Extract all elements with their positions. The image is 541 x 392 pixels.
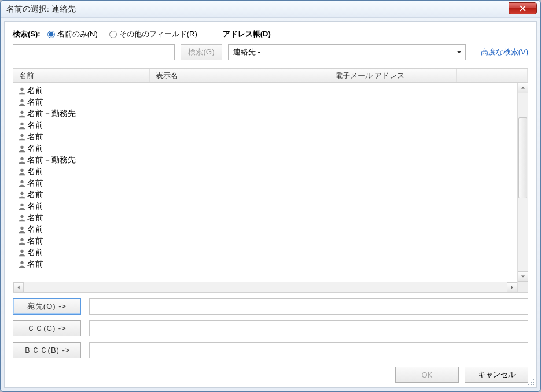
- contact-row[interactable]: 名前: [13, 97, 517, 108]
- vertical-scrollbar[interactable]: [517, 83, 528, 282]
- address-book-label: アドレス帳(D): [223, 29, 271, 39]
- svg-point-11: [20, 215, 23, 218]
- person-icon: [17, 237, 27, 245]
- scroll-right-arrow[interactable]: [507, 282, 517, 292]
- ok-button[interactable]: OK: [395, 367, 459, 383]
- close-button[interactable]: [509, 2, 537, 14]
- scroll-left-arrow[interactable]: [13, 282, 24, 292]
- search-input[interactable]: [13, 44, 175, 60]
- contact-name: 名前: [27, 97, 43, 108]
- horizontal-scrollbar[interactable]: [13, 282, 517, 292]
- person-icon: [17, 145, 27, 153]
- person-icon: [17, 98, 27, 106]
- to-button[interactable]: 宛先(O) ->: [13, 298, 81, 315]
- contact-row[interactable]: 名前: [13, 143, 517, 154]
- contact-rows[interactable]: 名前名前名前－勤務先名前名前名前名前－勤務先名前名前名前名前名前名前名前名前名前: [13, 83, 517, 282]
- address-book-dropdown[interactable]: 連絡先 -: [228, 44, 466, 60]
- contact-row[interactable]: 名前: [13, 85, 517, 97]
- contact-name: 名前: [27, 190, 43, 200]
- chevron-down-icon: [457, 50, 462, 55]
- person-icon: [17, 110, 27, 118]
- table-header: 名前 表示名 電子メール アドレス: [13, 69, 528, 83]
- cc-input[interactable]: [89, 320, 528, 336]
- person-icon: [17, 214, 27, 222]
- person-icon: [17, 87, 27, 95]
- cc-button[interactable]: ＣＣ(C) ->: [13, 320, 81, 336]
- cancel-button[interactable]: キャンセル: [465, 367, 528, 383]
- contact-row[interactable]: 名前－勤務先: [13, 108, 517, 120]
- svg-point-7: [20, 169, 23, 172]
- svg-rect-17: [531, 382, 532, 383]
- contact-name: 名前: [27, 167, 43, 177]
- bcc-button[interactable]: ＢＣＣ(B) ->: [13, 342, 81, 358]
- svg-rect-21: [533, 384, 534, 385]
- person-icon: [17, 156, 27, 164]
- contact-row[interactable]: 名前: [13, 166, 517, 177]
- col-email[interactable]: 電子メール アドレス: [329, 69, 457, 82]
- radio-name-only[interactable]: 名前のみ(N): [47, 29, 98, 39]
- to-input[interactable]: [89, 298, 528, 315]
- radio-other-fields-label: その他のフィールド(R): [119, 29, 197, 39]
- svg-rect-19: [528, 384, 529, 385]
- contact-name: 名前: [27, 259, 43, 269]
- scroll-down-arrow[interactable]: [518, 271, 528, 282]
- svg-rect-20: [531, 384, 532, 385]
- contact-name: 名前: [27, 236, 43, 246]
- search-label: 検索(S):: [13, 29, 41, 39]
- table-body: 名前名前名前－勤務先名前名前名前名前－勤務先名前名前名前名前名前名前名前名前名前: [13, 83, 528, 292]
- radio-name-only-label: 名前のみ(N): [57, 29, 98, 39]
- select-names-dialog: 名前の選択: 連絡先 検索(S): 名前のみ(N) その他のフィールド(R) ア…: [0, 0, 541, 392]
- resize-grip-icon[interactable]: [527, 378, 535, 386]
- svg-point-0: [20, 88, 23, 91]
- person-icon: [17, 191, 27, 199]
- contact-row[interactable]: 名前: [13, 189, 517, 201]
- bcc-row: ＢＣＣ(B) ->: [13, 342, 528, 358]
- dialog-content: 検索(S): 名前のみ(N) その他のフィールド(R) アドレス帳(D) 検索(…: [4, 21, 537, 388]
- contact-name: 名前: [27, 201, 43, 212]
- person-icon: [17, 225, 27, 234]
- contact-row[interactable]: 名前: [13, 120, 517, 131]
- search-button[interactable]: 検索(G): [181, 44, 222, 60]
- scroll-up-arrow[interactable]: [518, 83, 528, 93]
- contact-row[interactable]: 名前: [13, 224, 517, 235]
- svg-point-15: [20, 261, 23, 264]
- contact-name: 名前: [27, 132, 43, 142]
- contact-name: 名前: [27, 224, 43, 235]
- svg-point-9: [20, 192, 23, 195]
- contact-name: 名前: [27, 86, 43, 96]
- svg-point-3: [20, 123, 23, 125]
- contact-row[interactable]: 名前: [13, 247, 517, 258]
- svg-point-12: [20, 227, 23, 230]
- advanced-search-link[interactable]: 高度な検索(V): [481, 47, 528, 57]
- chevron-up-icon: [521, 86, 525, 90]
- scroll-thumb[interactable]: [518, 117, 527, 198]
- contact-row[interactable]: 名前: [13, 212, 517, 224]
- contact-row[interactable]: 名前: [13, 177, 517, 189]
- bcc-input[interactable]: [89, 342, 528, 358]
- cc-row: ＣＣ(C) ->: [13, 320, 528, 336]
- contact-name: 名前－勤務先: [27, 109, 76, 119]
- contact-name: 名前: [27, 143, 43, 154]
- contact-row[interactable]: 名前－勤務先: [13, 154, 517, 166]
- col-spacer: [457, 69, 528, 82]
- radio-other-fields-input[interactable]: [109, 31, 117, 38]
- radio-name-only-input[interactable]: [47, 31, 55, 38]
- chevron-right-icon: [510, 285, 514, 290]
- col-name[interactable]: 名前: [13, 69, 150, 82]
- svg-rect-16: [533, 379, 534, 380]
- svg-point-14: [20, 250, 23, 253]
- search-options-row: 検索(S): 名前のみ(N) その他のフィールド(R) アドレス帳(D): [13, 29, 528, 39]
- titlebar: 名前の選択: 連絡先: [1, 1, 540, 18]
- person-icon: [17, 179, 27, 187]
- contact-row[interactable]: 名前: [13, 258, 517, 270]
- radio-other-fields[interactable]: その他のフィールド(R): [109, 29, 197, 39]
- svg-point-13: [20, 238, 23, 241]
- chevron-left-icon: [16, 285, 21, 290]
- contact-row[interactable]: 名前: [13, 201, 517, 212]
- contact-name: 名前: [27, 120, 43, 131]
- scrollbar-corner: [517, 282, 528, 292]
- contact-row[interactable]: 名前: [13, 131, 517, 143]
- col-display-name[interactable]: 表示名: [150, 69, 329, 82]
- contact-row[interactable]: 名前: [13, 235, 517, 247]
- chevron-down-icon: [521, 274, 525, 279]
